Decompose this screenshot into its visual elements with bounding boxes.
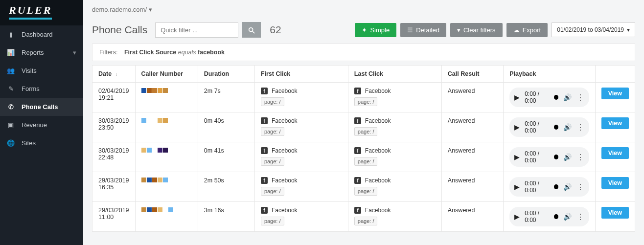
chevron-down-icon[interactable]: ▾ bbox=[149, 6, 152, 13]
more-icon[interactable]: ⋮ bbox=[576, 153, 584, 162]
sidebar-item-visits[interactable]: 👥Visits bbox=[0, 62, 83, 80]
toolbar: Phone Calls 62 ✦ Simple ☰ Detailed ▾ Cle… bbox=[83, 19, 644, 44]
more-icon[interactable]: ⋮ bbox=[576, 123, 584, 132]
cell-first-click: fFacebookpage: / bbox=[254, 172, 348, 202]
export-label: Export bbox=[523, 26, 541, 34]
table-row: 29/03/201911:003m 16sfFacebookpage: /fFa… bbox=[92, 202, 635, 232]
progress-handle[interactable] bbox=[554, 155, 558, 159]
progress-handle[interactable] bbox=[554, 95, 558, 100]
cell-playback: ▶0:00 / 0:00🔊⋮ bbox=[504, 142, 596, 172]
cell-first-click: fFacebookpage: / bbox=[254, 202, 348, 232]
cell-duration: 2m 50s bbox=[198, 172, 254, 202]
audio-time: 0:00 / 0:00 bbox=[525, 180, 549, 194]
view-button[interactable]: View bbox=[601, 207, 629, 219]
audio-player[interactable]: ▶0:00 / 0:00🔊⋮ bbox=[509, 117, 589, 137]
sidebar-item-reports[interactable]: 📊Reports▾ bbox=[0, 44, 83, 62]
cell-result: Answered bbox=[441, 112, 503, 142]
cell-playback: ▶0:00 / 0:00🔊⋮ bbox=[504, 83, 596, 112]
more-icon[interactable]: ⋮ bbox=[576, 182, 584, 192]
chevron-down-icon: ▾ bbox=[73, 49, 76, 56]
more-icon[interactable]: ⋮ bbox=[576, 212, 584, 222]
audio-time: 0:00 / 0:00 bbox=[525, 120, 549, 134]
cell-playback: ▶0:00 / 0:00🔊⋮ bbox=[504, 202, 596, 232]
click-source: Facebook bbox=[365, 177, 391, 184]
view-button[interactable]: View bbox=[601, 88, 629, 99]
sidebar-item-phone-calls[interactable]: ✆Phone Calls bbox=[0, 98, 83, 116]
view-button[interactable]: View bbox=[601, 117, 629, 129]
date-range-picker[interactable]: 01/02/2019 to 03/04/2019 ▾ bbox=[552, 22, 635, 37]
cell-playback: ▶0:00 / 0:00🔊⋮ bbox=[504, 172, 596, 202]
page-chip[interactable]: page: / bbox=[261, 217, 284, 225]
sidebar-item-sites[interactable]: 🌐Sites bbox=[0, 134, 83, 152]
quick-filter-input[interactable] bbox=[155, 22, 238, 38]
view-button[interactable]: View bbox=[601, 177, 629, 189]
page-chip[interactable]: page: / bbox=[261, 127, 284, 136]
cell-first-click: fFacebookpage: / bbox=[254, 83, 348, 112]
volume-icon[interactable]: 🔊 bbox=[563, 213, 572, 221]
cell-date: 29/03/201916:35 bbox=[92, 172, 136, 202]
brand-logo[interactable]: RULER bbox=[0, 0, 83, 25]
play-button[interactable]: ▶ bbox=[514, 213, 520, 221]
clear-filters-button[interactable]: ▾ Clear filters bbox=[450, 23, 503, 37]
play-button[interactable]: ▶ bbox=[514, 183, 520, 191]
audio-player[interactable]: ▶0:00 / 0:00🔊⋮ bbox=[509, 147, 589, 167]
sidebar-item-revenue[interactable]: ▣Revenue bbox=[0, 116, 83, 134]
col-playback[interactable]: Playback bbox=[504, 66, 596, 83]
col-date[interactable]: Date ↓ bbox=[92, 66, 136, 83]
page-chip[interactable]: page: / bbox=[354, 217, 378, 225]
volume-icon[interactable]: 🔊 bbox=[563, 123, 572, 131]
progress-handle[interactable] bbox=[554, 184, 558, 189]
view-button[interactable]: View bbox=[601, 147, 629, 159]
cell-caller bbox=[135, 172, 198, 202]
col-first[interactable]: First Click bbox=[254, 66, 348, 83]
breadcrumb[interactable]: demo.rademo.com/ ▾ bbox=[83, 0, 644, 19]
simple-button[interactable]: ✦ Simple bbox=[355, 23, 396, 37]
page-chip[interactable]: page: / bbox=[261, 97, 284, 106]
page-chip[interactable]: page: / bbox=[261, 187, 284, 196]
page-chip[interactable]: page: / bbox=[261, 157, 284, 166]
more-icon[interactable]: ⋮ bbox=[576, 93, 584, 102]
progress-handle[interactable] bbox=[554, 214, 558, 219]
page-chip[interactable]: page: / bbox=[354, 157, 378, 166]
sidebar-item-label: Sites bbox=[22, 139, 36, 147]
col-duration[interactable]: Duration bbox=[198, 66, 254, 83]
audio-time: 0:00 / 0:00 bbox=[525, 90, 549, 104]
breadcrumb-host[interactable]: demo.rademo.com/ bbox=[92, 6, 147, 13]
sidebar-item-forms[interactable]: ✎Forms bbox=[0, 80, 83, 98]
calls-table: Date ↓ Caller Number Duration First Clic… bbox=[92, 65, 635, 232]
volume-icon[interactable]: 🔊 bbox=[563, 153, 572, 161]
col-last[interactable]: Last Click bbox=[348, 66, 441, 83]
audio-player[interactable]: ▶0:00 / 0:00🔊⋮ bbox=[509, 88, 589, 107]
search-button[interactable] bbox=[242, 22, 261, 38]
audio-player[interactable]: ▶0:00 / 0:00🔊⋮ bbox=[509, 177, 589, 197]
col-caller[interactable]: Caller Number bbox=[135, 66, 198, 83]
sidebar-item-label: Forms bbox=[22, 85, 40, 92]
facebook-icon: f bbox=[354, 117, 361, 124]
facebook-icon: f bbox=[354, 147, 361, 154]
cell-last-click: fFacebookpage: / bbox=[348, 83, 441, 112]
click-source: Facebook bbox=[365, 117, 391, 124]
sidebar-item-label: Visits bbox=[22, 67, 37, 74]
filter-value: facebook bbox=[198, 49, 225, 56]
audio-player[interactable]: ▶0:00 / 0:00🔊⋮ bbox=[509, 207, 589, 226]
play-button[interactable]: ▶ bbox=[514, 93, 520, 101]
page-chip[interactable]: page: / bbox=[354, 187, 378, 196]
cell-duration: 0m 40s bbox=[198, 112, 254, 142]
page-chip[interactable]: page: / bbox=[354, 127, 378, 136]
play-button[interactable]: ▶ bbox=[514, 153, 520, 161]
page-chip[interactable]: page: / bbox=[354, 97, 378, 106]
col-result[interactable]: Call Result bbox=[441, 66, 503, 83]
facebook-icon: f bbox=[261, 147, 268, 154]
sidebar-item-dashboard[interactable]: ▮Dashboard bbox=[0, 25, 83, 44]
cell-last-click: fFacebookpage: / bbox=[348, 172, 441, 202]
cell-date: 02/04/201919:21 bbox=[92, 83, 136, 112]
export-button[interactable]: ☁ Export bbox=[506, 23, 548, 37]
volume-icon[interactable]: 🔊 bbox=[563, 93, 572, 101]
progress-handle[interactable] bbox=[554, 125, 558, 130]
play-button[interactable]: ▶ bbox=[514, 123, 520, 131]
pencil-icon: ✎ bbox=[7, 85, 15, 92]
sidebar-item-label: Revenue bbox=[22, 121, 47, 129]
detailed-button[interactable]: ☰ Detailed bbox=[400, 23, 446, 37]
sidebar-item-label: Phone Calls bbox=[22, 103, 58, 111]
volume-icon[interactable]: 🔊 bbox=[563, 183, 572, 191]
